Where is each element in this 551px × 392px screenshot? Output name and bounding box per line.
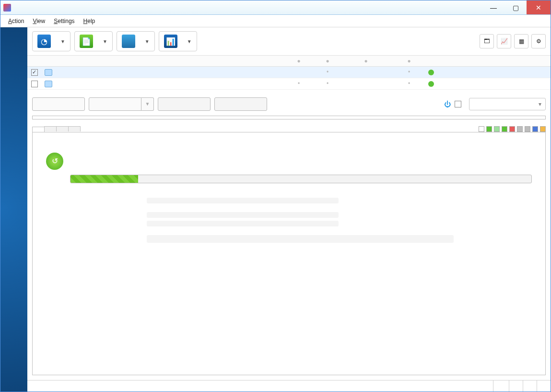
analyzed-row xyxy=(147,198,339,203)
volume-header: ● ● ● ● xyxy=(27,56,551,67)
status-defrag xyxy=(537,380,551,392)
tab-files[interactable] xyxy=(44,126,57,131)
tab-statistics[interactable] xyxy=(56,126,69,131)
toolbar: ◔ ▼ 📄 ▼ ▼ 📊 ▼ xyxy=(27,27,551,56)
analyze-button[interactable] xyxy=(32,97,85,111)
fragmented-after-row xyxy=(147,221,339,226)
stop-button[interactable] xyxy=(214,97,267,111)
disks-icon: ◔ xyxy=(37,35,51,48)
pause-button[interactable] xyxy=(158,97,211,111)
progress-bar xyxy=(70,175,532,183)
menu-view[interactable]: View xyxy=(29,16,49,26)
menu-action[interactable]: Action xyxy=(4,16,28,26)
view-blocks-button[interactable]: ▦ xyxy=(514,34,528,48)
calendar-icon xyxy=(122,35,135,48)
checkbox[interactable] xyxy=(31,81,38,87)
close-button[interactable]: ✕ xyxy=(527,0,551,14)
legend-swatch xyxy=(502,126,507,132)
toolbar-scheduler[interactable]: ▼ xyxy=(117,31,155,51)
col-ssd[interactable]: ● xyxy=(313,58,342,64)
chevron-down-icon: ▾ xyxy=(539,101,541,107)
tabs xyxy=(32,126,80,131)
chevron-down-icon[interactable]: ▼ xyxy=(141,97,154,111)
after-checkbox[interactable] xyxy=(455,101,461,107)
status-dot-on xyxy=(428,70,434,75)
view-chart-button[interactable]: 📈 xyxy=(497,34,511,48)
legend-swatch xyxy=(517,126,523,132)
status-disk xyxy=(509,380,523,392)
volume-row[interactable]: • • xyxy=(27,67,551,78)
resource-icon: 📊 xyxy=(164,35,177,48)
legend-swatch xyxy=(479,126,484,132)
col-vss[interactable]: ● xyxy=(284,58,313,64)
power-icon: ⏻ xyxy=(444,100,451,108)
legend-swatch xyxy=(494,126,500,132)
volume-row[interactable]: • • • xyxy=(27,78,551,90)
chevron-down-icon: ▼ xyxy=(187,39,192,44)
legend-swatch xyxy=(509,126,515,132)
chevron-down-icon: ▼ xyxy=(60,39,65,44)
legend xyxy=(479,126,546,132)
status-priority[interactable] xyxy=(493,380,509,392)
legend-swatch xyxy=(540,126,546,132)
settings-button[interactable]: ⚙ xyxy=(531,34,546,48)
action-row: ▼ ⏻ ▾ xyxy=(27,90,551,116)
drive-icon xyxy=(45,81,52,87)
progress-icon: ↺ xyxy=(46,153,63,170)
status-dot-on xyxy=(428,81,434,87)
toolbar-reports[interactable]: 📄 ▼ xyxy=(74,31,113,51)
col-offline[interactable]: ● xyxy=(390,58,428,64)
processing-value xyxy=(147,235,454,243)
tab-general[interactable] xyxy=(32,127,45,132)
after-select[interactable]: ▾ xyxy=(469,98,546,110)
status-processor xyxy=(523,380,537,392)
tab-smart[interactable] xyxy=(68,126,81,131)
drive-icon xyxy=(45,69,52,76)
nav-rail xyxy=(0,27,27,392)
col-schedule[interactable]: ● xyxy=(342,58,390,64)
legend-swatch xyxy=(525,126,530,132)
reports-icon: 📄 xyxy=(80,35,93,48)
checkbox[interactable] xyxy=(31,69,38,76)
menu-settings[interactable]: Settings xyxy=(50,16,78,26)
legend-swatch xyxy=(486,126,492,132)
toolbar-disks[interactable]: ◔ ▼ xyxy=(32,31,70,51)
legend-swatch xyxy=(532,126,538,132)
general-panel: ↺ xyxy=(32,132,546,375)
cluster-map[interactable] xyxy=(32,116,546,119)
maximize-button[interactable]: ▢ xyxy=(504,0,527,14)
chevron-down-icon: ▼ xyxy=(103,39,107,44)
menubar: Action View Settings Help xyxy=(0,15,551,27)
minimize-button[interactable]: — xyxy=(482,0,504,14)
fragmented-before-row xyxy=(147,212,339,218)
titlebar: — ▢ ✕ xyxy=(0,0,551,15)
defrag-button[interactable]: ▼ xyxy=(89,97,154,111)
statusbar xyxy=(27,380,551,392)
app-icon xyxy=(3,4,11,12)
chevron-down-icon: ▼ xyxy=(145,39,150,44)
menu-help[interactable]: Help xyxy=(80,16,99,26)
view-map-button[interactable]: 🗔 xyxy=(480,34,494,48)
toolbar-resource[interactable]: 📊 ▼ xyxy=(159,31,197,51)
